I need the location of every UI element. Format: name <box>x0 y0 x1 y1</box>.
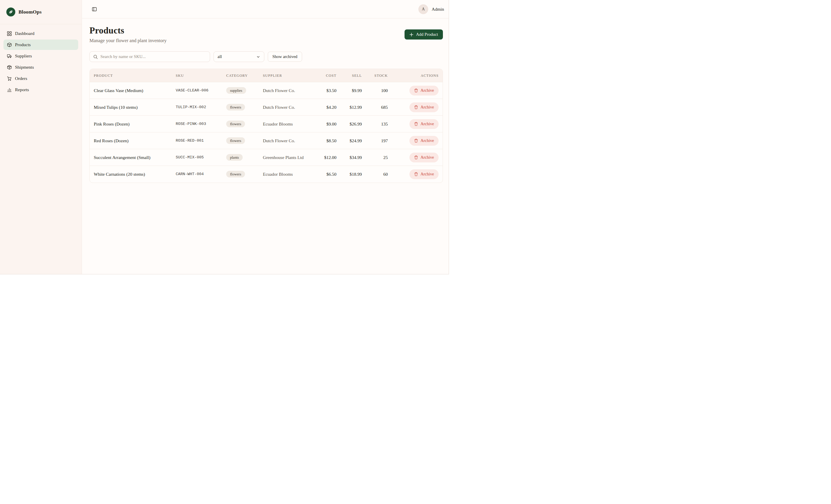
sell-value: $12.99 <box>349 105 362 110</box>
archive-button[interactable]: Archive <box>409 102 438 112</box>
sidebar-item-label: Suppliers <box>15 53 32 59</box>
stock-value: 135 <box>381 121 388 126</box>
archive-button[interactable]: Archive <box>409 119 438 129</box>
sidebar-nav: Dashboard Products <box>0 24 82 99</box>
category-badge: flowers <box>226 104 245 111</box>
archive-button-label: Archive <box>421 138 434 143</box>
archive-button[interactable]: Archive <box>409 153 438 162</box>
search-icon <box>93 55 98 59</box>
trash-icon <box>414 172 418 176</box>
user-name: Admin <box>432 7 444 12</box>
product-sku: SUCC-MIX-005 <box>176 155 204 159</box>
supplier-name: Ecuador Blooms <box>263 172 293 177</box>
add-product-label: Add Product <box>416 32 438 37</box>
sidebar-item-reports[interactable]: Reports <box>3 85 78 95</box>
sidebar-toggle-button[interactable] <box>89 4 99 14</box>
plus-icon <box>409 33 413 37</box>
topbar: A Admin <box>82 0 449 19</box>
table-row: Pink Roses (Dozen) ROSE-PINK-003 flowers… <box>90 116 442 132</box>
cost-value: $4.20 <box>326 105 337 110</box>
app-title: BloomOps <box>19 9 41 15</box>
archive-button-label: Archive <box>421 105 434 110</box>
product-sku: VASE-CLEAR-006 <box>176 88 208 93</box>
box-icon <box>7 42 12 47</box>
product-name: White Carnations (20 stems) <box>94 172 145 177</box>
table-row: Mixed Tulips (10 stems) TULIP-MIX-002 fl… <box>90 99 442 116</box>
category-badge: plants <box>226 154 243 161</box>
category-badge: flowers <box>226 171 245 177</box>
cart-icon <box>7 76 12 81</box>
trash-icon <box>414 105 418 109</box>
cost-value: $8.50 <box>326 138 337 143</box>
sidebar-item-products[interactable]: Products <box>3 39 78 50</box>
category-select[interactable]: all <box>213 51 264 62</box>
archive-button-label: Archive <box>421 172 434 177</box>
archive-button[interactable]: Archive <box>409 136 438 146</box>
bloomops-logo <box>6 7 15 17</box>
stock-value: 60 <box>383 172 388 177</box>
column-header-category: CATEGORY <box>222 69 259 82</box>
column-header-actions: ACTIONS <box>392 69 442 82</box>
sidebar-item-label: Reports <box>15 87 29 92</box>
supplier-name: Dutch Flower Co. <box>263 105 295 110</box>
product-sku: ROSE-PINK-003 <box>176 122 206 126</box>
category-select-value: all <box>218 54 222 59</box>
sell-value: $9.99 <box>352 88 362 93</box>
sidebar-item-suppliers[interactable]: Suppliers <box>3 51 78 61</box>
filters-row: all Show archived <box>89 51 443 62</box>
sidebar: BloomOps Dashboard <box>0 0 82 274</box>
category-badge: flowers <box>226 121 245 127</box>
archive-button-label: Archive <box>421 121 434 126</box>
column-header-supplier: SUPPLIER <box>259 69 313 82</box>
archive-button[interactable]: Archive <box>409 169 438 179</box>
stock-value: 100 <box>381 88 388 93</box>
add-product-button[interactable]: Add Product <box>404 29 443 39</box>
category-badge: flowers <box>226 137 245 144</box>
product-sku: TULIP-MIX-002 <box>176 105 206 109</box>
cost-value: $12.00 <box>324 155 337 160</box>
category-badge: supplies <box>226 87 246 94</box>
sidebar-item-shipments[interactable]: Shipments <box>3 62 78 72</box>
grid-icon <box>7 31 12 36</box>
product-sku: ROSE-RED-001 <box>176 139 204 143</box>
sidebar-item-label: Shipments <box>15 65 34 70</box>
sell-value: $34.99 <box>349 155 362 160</box>
product-name: Mixed Tulips (10 stems) <box>94 105 138 110</box>
sell-value: $18.99 <box>349 172 362 177</box>
chevron-down-icon <box>256 55 260 59</box>
search-box <box>89 51 210 62</box>
truck-icon <box>7 54 12 59</box>
product-sku: CARN-WHT-004 <box>176 172 204 176</box>
products-table-card: PRODUCT SKU CATEGORY SUPPLIER COST SELL … <box>89 69 443 183</box>
show-archived-button[interactable]: Show archived <box>268 52 302 62</box>
archive-button[interactable]: Archive <box>409 86 438 95</box>
trash-icon <box>414 88 418 93</box>
sell-value: $24.99 <box>349 138 362 143</box>
page-title-block: Products Manage your flower and plant in… <box>89 25 167 43</box>
product-name: Red Roses (Dozen) <box>94 138 129 143</box>
archive-button-label: Archive <box>421 155 434 160</box>
column-header-stock: STOCK <box>366 69 392 82</box>
table-row: Red Roses (Dozen) ROSE-RED-001 flowers D… <box>90 132 442 149</box>
user-menu[interactable]: A Admin <box>419 4 444 14</box>
sell-value: $26.99 <box>349 121 362 126</box>
trash-icon <box>414 139 418 143</box>
sidebar-item-dashboard[interactable]: Dashboard <box>3 28 78 39</box>
cost-value: $9.00 <box>326 121 337 126</box>
leaf-icon <box>8 9 13 14</box>
archive-button-label: Archive <box>421 88 434 93</box>
app-window: BloomOps Dashboard <box>0 0 449 274</box>
panel-left-icon <box>92 7 97 12</box>
stock-value: 197 <box>381 138 388 143</box>
table-row: White Carnations (20 stems) CARN-WHT-004… <box>90 166 442 183</box>
product-name: Succulent Arrangement (Small) <box>94 155 150 160</box>
search-input[interactable] <box>101 54 206 59</box>
supplier-name: Dutch Flower Co. <box>263 88 295 93</box>
sidebar-item-orders[interactable]: Orders <box>3 73 78 84</box>
sidebar-item-label: Products <box>15 42 31 47</box>
avatar: A <box>419 4 428 14</box>
column-header-sell: SELL <box>341 69 366 82</box>
cost-value: $3.50 <box>326 88 337 93</box>
column-header-cost: COST <box>313 69 341 82</box>
page-subtitle: Manage your flower and plant inventory <box>89 38 167 43</box>
